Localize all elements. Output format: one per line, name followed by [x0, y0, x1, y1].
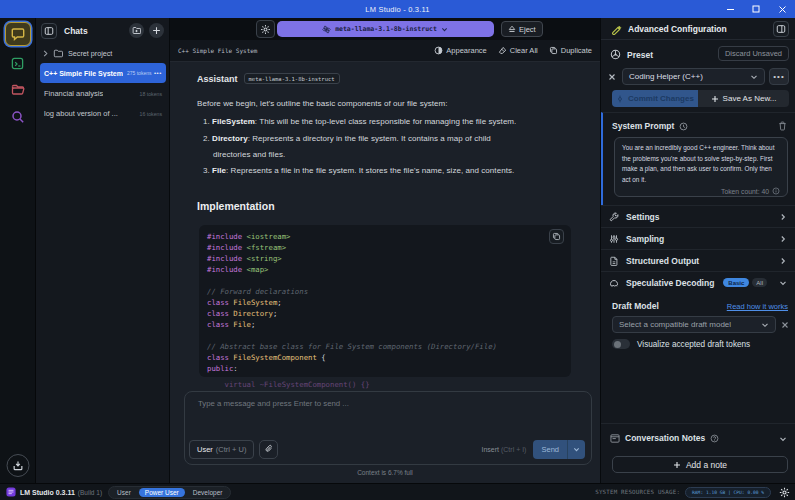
save-as-new-button[interactable]: Save As New... [698, 90, 789, 107]
chevron-down-icon [779, 279, 787, 287]
nav-chat-button[interactable] [5, 22, 31, 46]
chats-panel-title: Chats [64, 26, 124, 36]
help-icon[interactable] [710, 434, 719, 443]
chat-title: Financial analysis [44, 89, 103, 98]
model-settings-button[interactable] [256, 20, 275, 38]
clear-all-button[interactable]: Clear All [498, 46, 538, 55]
app-version-label: LM Studio 0.3.11 [20, 489, 75, 496]
duplicate-button[interactable]: Duplicate [549, 46, 592, 55]
assistant-model-badge[interactable]: meta-llama-3.1-8b-instruct [244, 73, 340, 84]
settings-gear-button[interactable] [779, 487, 790, 498]
clear-all-icon [498, 46, 507, 55]
model-bar: meta-llama-3.1-8b-instruct Eject [170, 18, 600, 40]
appearance-button[interactable]: Appearance [434, 46, 486, 55]
chat-row-selected[interactable]: C++ Simple File System 275 tokens ••• [40, 63, 166, 83]
basic-pill[interactable]: Basic [723, 278, 749, 287]
draft-model-label: Draft Model [612, 301, 659, 311]
message-composer[interactable]: Type a message and press Enter to send .… [184, 391, 592, 465]
close-button[interactable] [769, 0, 795, 18]
downloads-button[interactable] [6, 454, 29, 477]
appearance-icon [434, 46, 443, 55]
conversation-notes-section: Conversation Notes Add a note [601, 423, 795, 483]
system-prompt-section: System Prompt You are an incredibly good… [601, 112, 795, 205]
code-line: class FileSystem; [207, 297, 563, 308]
mode-power-user[interactable]: Power User [139, 488, 185, 497]
settings-section-row[interactable]: Settings [601, 205, 795, 227]
send-options-button[interactable] [568, 446, 585, 453]
context-usage-label: Context is 6.7% full [170, 469, 600, 476]
search-icon [11, 110, 25, 124]
chevron-down-icon [573, 446, 580, 453]
info-icon[interactable] [772, 187, 780, 195]
clear-preset-button[interactable] [607, 68, 617, 85]
duplicate-icon [549, 46, 558, 55]
sliders-icon [609, 234, 619, 244]
chevron-down-icon [750, 73, 758, 81]
build-label: (Build 1) [78, 489, 102, 496]
visualize-tokens-label: Visualize accepted draft tokens [637, 340, 750, 349]
chat-options-button[interactable]: ••• [154, 71, 162, 75]
commit-changes-button[interactable]: Commit Changes [612, 90, 698, 107]
attach-file-button[interactable] [259, 440, 278, 459]
collapse-panel-button[interactable] [773, 21, 789, 37]
chat-row[interactable]: Financial analysis 18 tokens [40, 84, 166, 103]
send-label: Send [533, 445, 567, 454]
token-count: Token count: 40 [622, 187, 780, 195]
trash-icon[interactable] [778, 121, 787, 131]
commit-icon [616, 95, 624, 103]
visualize-tokens-toggle[interactable] [612, 339, 630, 349]
paperclip-icon [264, 444, 274, 454]
copy-code-button[interactable] [549, 229, 564, 244]
draft-model-select[interactable]: Select a compatible draft model [612, 316, 776, 333]
nav-discover-button[interactable] [5, 105, 31, 129]
structured-output-label: Structured Output [626, 256, 699, 266]
read-how-it-works-link[interactable]: Read how it works [727, 302, 788, 311]
duplicate-label: Duplicate [561, 46, 592, 55]
loaded-model-selector[interactable]: meta-llama-3.1-8b-instruct [277, 21, 494, 37]
minimize-button[interactable] [717, 0, 743, 18]
chevron-down-icon[interactable] [779, 435, 787, 443]
loaded-model-name: meta-llama-3.1-8b-instruct [335, 25, 437, 33]
clear-draft-model-button[interactable] [781, 321, 789, 329]
speculative-decoding-content: Draft Model Read how it works Select a c… [601, 293, 795, 423]
structured-output-section-row[interactable]: Structured Output [601, 249, 795, 271]
collapse-sidebar-button[interactable] [41, 23, 57, 39]
insert-hint[interactable]: Insert (Ctrl + I) [482, 446, 527, 453]
lmstudio-logo-icon [6, 487, 16, 497]
window-titlebar[interactable]: LM Studio - 0.3.11 [0, 0, 795, 18]
mode-developer[interactable]: Developer [187, 488, 229, 497]
chats-sidebar: Chats Secret project C++ Simple File Sys… [36, 18, 170, 483]
basic-all-toggle[interactable]: Basic All [723, 278, 767, 287]
chat-list: Secret project C++ Simple File System 27… [36, 44, 169, 123]
speculative-decoding-section-row[interactable]: Speculative Decoding Basic All [601, 271, 795, 293]
nav-my-models-button[interactable] [5, 77, 31, 101]
wrench-icon [609, 212, 619, 222]
preset-options-button[interactable]: ••• [769, 68, 789, 85]
message-paragraph: Before we begin, let's outline the basic… [197, 99, 448, 108]
conversation-notes-label: Conversation Notes [625, 433, 705, 443]
new-folder-button[interactable] [129, 23, 144, 38]
user-role-button[interactable]: User (Ctrl + U) [189, 440, 254, 459]
all-pill[interactable]: All [752, 278, 767, 287]
chat-folder-row[interactable]: Secret project [36, 44, 169, 62]
history-icon[interactable] [679, 122, 688, 131]
nav-developer-button[interactable] [5, 51, 31, 75]
eject-model-button[interactable]: Eject [501, 21, 543, 37]
discard-unsaved-button[interactable]: Discard Unsaved [718, 46, 789, 61]
system-prompt-textarea[interactable]: You are an incredibly good C++ engineer.… [614, 137, 788, 197]
chevron-right-icon [42, 50, 49, 57]
new-chat-button[interactable] [149, 23, 164, 38]
chat-row[interactable]: log about version of ... 16 tokens [40, 104, 166, 123]
plus-icon [673, 461, 681, 469]
maximize-button[interactable] [743, 0, 769, 18]
chats-header: Chats [36, 19, 169, 42]
code-line: #include <map> [207, 264, 563, 275]
resources-usage-value[interactable]: RAM: 1.10 GB | CPU: 0.00 % [685, 487, 771, 498]
preset-select[interactable]: Coding Helper (C++) [622, 68, 765, 85]
mode-user[interactable]: User [111, 488, 137, 497]
folder-icon [53, 49, 63, 58]
chevron-right-icon [779, 213, 787, 221]
add-note-button[interactable]: Add a note [612, 456, 788, 473]
sampling-section-row[interactable]: Sampling [601, 227, 795, 249]
send-button[interactable]: Send [533, 440, 585, 459]
